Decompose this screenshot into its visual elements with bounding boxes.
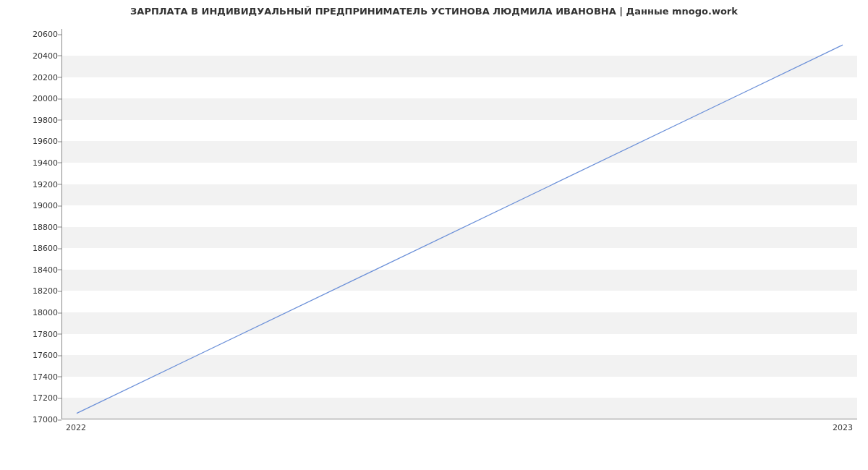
x-tick-label: 2023 — [833, 423, 853, 432]
y-tick-label: 17600 — [14, 351, 58, 360]
y-tick-label: 17000 — [14, 415, 58, 424]
y-tick-label: 19400 — [14, 158, 58, 167]
y-tick-label: 20200 — [14, 72, 58, 82]
y-tick-label: 18200 — [14, 286, 58, 296]
y-tick-label: 19800 — [14, 115, 58, 124]
y-tick-label: 18600 — [14, 244, 58, 253]
y-tick-label: 18800 — [14, 222, 58, 231]
y-tick-label: 17400 — [14, 372, 58, 381]
y-tick-label: 19200 — [14, 179, 58, 189]
line-chart: ЗАРПЛАТА В ИНДИВИДУАЛЬНЫЙ ПРЕДПРИНИМАТЕЛ… — [0, 0, 868, 470]
y-tick-label: 20400 — [14, 51, 58, 60]
y-tick-label: 20000 — [14, 94, 58, 103]
y-tick-label: 17200 — [14, 393, 58, 403]
x-tick-label: 2022 — [66, 423, 86, 432]
y-tick-label: 19000 — [14, 201, 58, 210]
y-tick-label: 20600 — [14, 30, 58, 39]
y-tick-label: 18000 — [14, 308, 58, 317]
data-line — [62, 29, 857, 419]
y-tick-label: 19600 — [14, 137, 58, 146]
y-tick-label: 17800 — [14, 329, 58, 338]
y-tick-label: 18400 — [14, 265, 58, 274]
chart-title: ЗАРПЛАТА В ИНДИВИДУАЛЬНЫЙ ПРЕДПРИНИМАТЕЛ… — [0, 6, 868, 17]
plot-area — [61, 29, 857, 419]
